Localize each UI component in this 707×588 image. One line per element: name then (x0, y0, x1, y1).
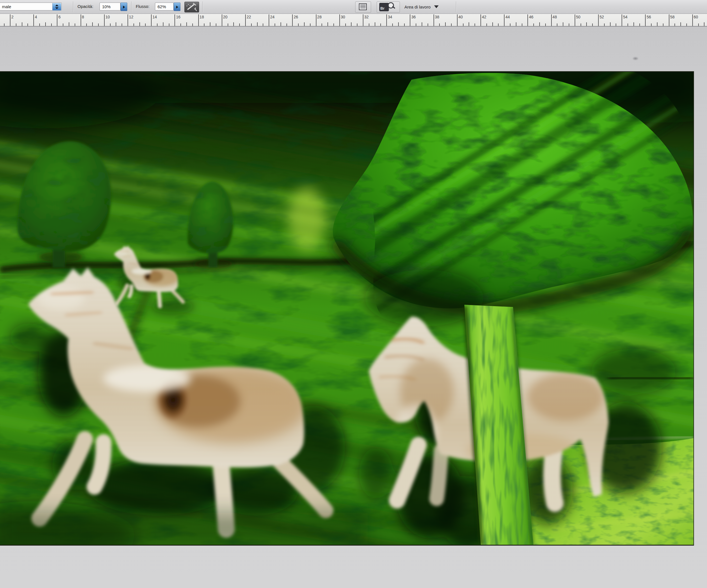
ruler-tick (151, 14, 152, 26)
ruler-tick (45, 22, 46, 26)
ruler-tick (204, 24, 204, 26)
ruler-tick (33, 14, 34, 26)
workspace-label: Area di lavoro (404, 4, 431, 9)
ruler-tick (634, 22, 634, 26)
ruler-tick (651, 24, 651, 26)
ruler-number: 44 (505, 15, 510, 19)
ruler-tick (57, 14, 58, 26)
ruler-tick (492, 22, 493, 26)
ruler-number: 10 (105, 15, 110, 19)
ruler-tick (228, 24, 228, 26)
ruler-number: 4 (35, 15, 37, 19)
ruler-tick (575, 14, 575, 26)
ruler-tick (263, 24, 263, 26)
separator (73, 1, 73, 12)
ruler-tick (174, 14, 175, 26)
ruler-tick (369, 24, 369, 26)
ruler-tick (674, 24, 675, 26)
separator (131, 1, 132, 12)
ruler-number: 54 (623, 15, 628, 19)
ruler-number: 26 (294, 15, 298, 19)
ruler-tick (22, 22, 22, 26)
ruler-tick (686, 24, 687, 26)
ruler-tick (333, 24, 334, 26)
bridge-launcher-button[interactable]: Br (377, 1, 400, 13)
ruler-number: 42 (482, 15, 486, 19)
flow-input[interactable]: 62% (155, 3, 174, 10)
ruler-tick (539, 22, 540, 26)
ruler-tick (139, 22, 140, 26)
ruler-tick (557, 24, 558, 26)
blend-mode-select[interactable]: male (0, 3, 62, 10)
toggle-panel-button[interactable] (355, 1, 371, 13)
ruler-tick (63, 24, 63, 26)
ruler-tick (592, 24, 593, 26)
ruler-tick (198, 14, 199, 26)
opacity-value: 10% (102, 4, 110, 9)
ruler-tick (551, 14, 552, 26)
workspace-switcher[interactable]: Area di lavoro (404, 0, 439, 13)
ruler-tick (375, 22, 375, 26)
ruler-number: 38 (435, 15, 439, 19)
ruler-tick (445, 22, 446, 26)
bridge-badge: Br (380, 6, 384, 10)
ruler-tick (328, 22, 328, 26)
ruler-tick (339, 14, 340, 26)
ruler-tick (663, 24, 664, 26)
ruler-number: 20 (223, 15, 228, 19)
ruler-tick (545, 24, 546, 26)
ruler-tick (4, 24, 4, 26)
ruler-number: 34 (388, 15, 392, 19)
ruler-tick (345, 24, 346, 26)
ruler-tick (639, 24, 640, 26)
flow-slider-button[interactable] (174, 3, 180, 11)
toggle-panel-icon (359, 3, 367, 10)
blend-mode-stepper-icon[interactable] (52, 3, 61, 10)
ruler-tick (410, 14, 410, 26)
airbrush-toggle-button[interactable] (184, 2, 199, 12)
ruler-tick (292, 14, 293, 26)
airbrush-icon (185, 2, 198, 11)
ruler-tick (239, 24, 240, 26)
ruler-tick (598, 14, 599, 26)
ruler-tick (380, 24, 381, 26)
ruler-tick (316, 14, 316, 26)
ruler-tick (516, 22, 516, 26)
ruler-tick (169, 24, 169, 26)
ruler-number: 58 (670, 15, 675, 19)
ruler-tick (51, 24, 52, 26)
magnifier-icon (388, 2, 394, 8)
ruler-tick (586, 22, 587, 26)
ruler-tick (86, 24, 87, 26)
ruler-tick (510, 24, 510, 26)
ruler-tick (522, 24, 522, 26)
ruler-tick (692, 14, 693, 26)
ruler-number: 56 (646, 15, 651, 19)
bright-patch-left-of-canopy (289, 186, 325, 251)
ruler-tick (704, 22, 704, 26)
document-canvas[interactable] (0, 71, 694, 546)
opacity-input[interactable]: 10% (100, 3, 121, 10)
application-window: male Opacità: 10% Flusso: 62% (0, 0, 707, 588)
ruler-tick (157, 24, 158, 26)
ruler-tick (16, 24, 16, 26)
opacity-slider-button[interactable] (121, 3, 127, 11)
chevron-down-icon (434, 5, 439, 8)
ruler-tick (680, 22, 681, 26)
ruler[interactable]: 2468101214161820222426283032343638404244… (0, 13, 707, 27)
ruler-tick (569, 24, 569, 26)
ruler-tick (498, 24, 499, 26)
ruler-tick (233, 22, 234, 26)
ruler-tick (210, 22, 210, 26)
ruler-tick (104, 14, 105, 26)
flow-label: Flusso: (136, 4, 149, 9)
artwork[interactable] (0, 72, 694, 545)
ruler-tick (357, 24, 358, 26)
ruler-tick (604, 24, 605, 26)
ruler-number: 2 (11, 15, 13, 19)
ruler-tick (69, 22, 69, 26)
ruler-number: 28 (317, 15, 322, 19)
ruler-tick (122, 24, 122, 26)
ruler-tick (363, 14, 363, 26)
ruler-tick (416, 24, 416, 26)
